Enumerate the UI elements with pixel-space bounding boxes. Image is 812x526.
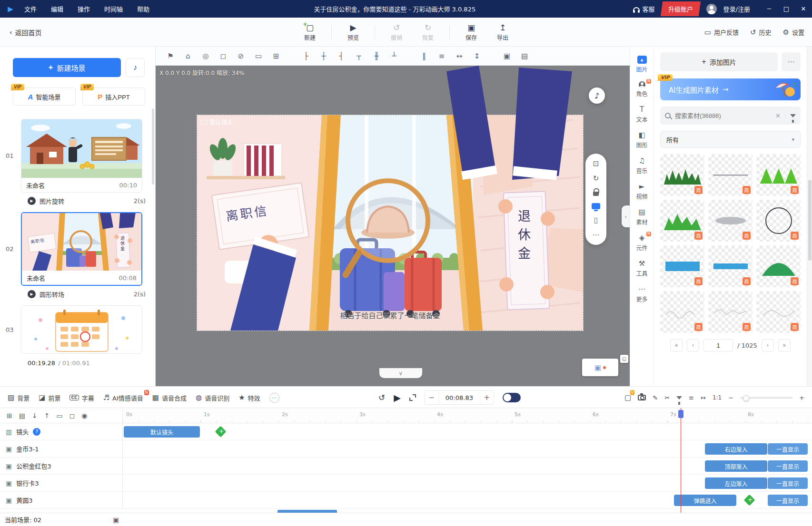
asset-thumb-green-zigzag[interactable]: 商 xyxy=(756,154,801,196)
copy-icon[interactable]: ▣ xyxy=(503,52,511,60)
category-dropdown[interactable]: 所有▾ xyxy=(660,131,801,148)
time-minus-button[interactable]: − xyxy=(425,391,438,404)
asr-button[interactable]: ◍语音识别 xyxy=(196,393,229,402)
minimize-button[interactable]: ─ xyxy=(761,0,778,18)
lock-icon[interactable]: ◻ xyxy=(69,412,75,419)
stage[interactable]: 默认镜头 离职信 退休金 相当于给自己积累了一笔储备金 xyxy=(197,115,583,331)
group-icon[interactable]: ⊞ xyxy=(272,52,280,60)
rotate-icon[interactable]: ↻ xyxy=(593,175,599,182)
canvas-collapse-button[interactable]: ∨ xyxy=(379,368,422,378)
subtitle-button[interactable]: CC字幕 xyxy=(69,393,94,402)
fit-screen-icon[interactable]: ⊡ xyxy=(593,160,599,167)
settings-button[interactable]: ⚙设置 xyxy=(783,28,804,37)
unlink-icon[interactable]: ⊘ xyxy=(237,52,245,60)
background-button[interactable]: ▨背景 xyxy=(8,393,30,402)
new-button[interactable]: ▢+新建 xyxy=(300,23,320,41)
tab-material[interactable]: ▤素材 xyxy=(630,206,654,228)
add-image-button[interactable]: +添加图片 xyxy=(660,52,778,71)
asset-thumb-sketch-line-3[interactable]: 商 xyxy=(756,291,801,333)
move-up-icon[interactable]: ↑ xyxy=(44,412,50,419)
asset-thumb-blue-bar[interactable]: 商 xyxy=(660,245,704,287)
timeline-zoom-slider[interactable] xyxy=(740,397,792,399)
save-button[interactable]: ▣保存 xyxy=(461,23,481,41)
first-page-button[interactable]: « xyxy=(670,339,683,351)
monitor-view-icon[interactable] xyxy=(592,203,600,209)
add-keyframe-button[interactable] xyxy=(215,426,226,437)
next-page-button[interactable]: › xyxy=(762,339,774,351)
align-top-icon[interactable]: ┬ xyxy=(355,52,363,60)
asset-thumb-shadow-ellipse[interactable]: 商 xyxy=(708,200,753,242)
preview-toggle[interactable] xyxy=(503,393,521,402)
avatar[interactable] xyxy=(706,4,717,14)
page-input[interactable] xyxy=(703,339,733,351)
timeline-bar-show[interactable]: 一直显示 xyxy=(768,460,808,472)
export-button[interactable]: ↥导出 xyxy=(493,23,513,41)
unlock-icon[interactable]: ◻ xyxy=(219,52,228,60)
distribute-horizontal-icon[interactable]: ‖ xyxy=(420,52,428,60)
asset-thumb-green-hills[interactable]: 商 xyxy=(660,200,704,242)
zoom-ratio-button[interactable]: 1:1 xyxy=(713,394,722,401)
tab-video[interactable]: ►视频 xyxy=(630,180,654,203)
delete-icon[interactable]: ▭ xyxy=(56,412,62,419)
menu-edit[interactable]: 编辑 xyxy=(44,0,70,18)
asset-thumb-green-mound[interactable]: 商 xyxy=(756,245,801,287)
panel-more-button[interactable]: ⋯ xyxy=(782,52,801,71)
zoom-in-icon[interactable]: + xyxy=(799,394,804,401)
delete-icon[interactable]: ▭ xyxy=(254,52,263,60)
fit-width-icon[interactable]: ↔ xyxy=(701,394,706,401)
playhead[interactable] xyxy=(681,408,681,513)
menu-timeline[interactable]: 时间轴 xyxy=(97,0,130,18)
search-input[interactable] xyxy=(675,112,771,119)
track-list-icon[interactable]: ≡ xyxy=(689,394,694,401)
timeline-bar-enter[interactable]: 左边渐入 xyxy=(705,477,767,489)
track-label[interactable]: ▣ 公积金红包3 xyxy=(0,458,123,474)
history-button[interactable]: ↺历史 xyxy=(750,28,772,37)
paste-icon[interactable]: ▤ xyxy=(520,52,529,60)
scene-thumbnail-3[interactable] xyxy=(21,305,142,354)
move-down-icon[interactable]: ↓ xyxy=(32,412,38,419)
more-circle-icon[interactable]: ◎ xyxy=(201,52,210,60)
filter-button[interactable] xyxy=(785,114,796,117)
menu-help[interactable]: 帮助 xyxy=(130,0,157,18)
transition-row-2[interactable]: ▶ 圆形转场 2(s) xyxy=(28,290,146,299)
timeline-ruler[interactable]: 0s 1s 2s 3s 4s 5s 6s 7s 8s xyxy=(123,408,812,423)
tab-shape[interactable]: ◧图形 xyxy=(630,129,654,151)
duplicate-scene-icon[interactable]: ▣ xyxy=(113,516,119,524)
lock-icon[interactable] xyxy=(593,192,599,196)
last-page-button[interactable]: » xyxy=(778,339,791,351)
scene-audio-button[interactable]: ♪ xyxy=(589,88,605,104)
filter-icon[interactable] xyxy=(676,396,682,399)
tts-button[interactable]: ▦语音合成 xyxy=(152,393,187,402)
panel-expander[interactable]: › xyxy=(622,205,630,227)
asset-thumb-sketch-line-2[interactable]: 商 xyxy=(708,291,753,333)
timeline-bar-enter[interactable]: 弹跳进入 xyxy=(674,495,736,506)
customer-service-button[interactable]: 客服 xyxy=(633,4,655,13)
effects-button[interactable]: ★特效 xyxy=(238,393,260,402)
tab-component[interactable]: N◈元件 xyxy=(630,232,654,254)
asset-thumb-thin-line[interactable]: 商 xyxy=(708,154,753,196)
login-register-link[interactable]: 登录/注册 xyxy=(723,4,750,13)
asset-thumb-sketch-line-1[interactable]: 商 xyxy=(660,291,704,333)
panel-scrollbar[interactable] xyxy=(807,47,812,386)
preview-button[interactable]: ▶预览 xyxy=(343,23,363,41)
clear-search-icon[interactable]: ✕ xyxy=(775,112,781,119)
tab-more[interactable]: ⋯更多 xyxy=(630,283,654,305)
timeline-bar-show[interactable]: 一直显示 xyxy=(768,495,808,506)
feedback-button[interactable]: ▭用户反馈 xyxy=(704,28,739,37)
v-badge-icon[interactable]: ▢V xyxy=(624,393,631,402)
cut-icon[interactable]: ✂ xyxy=(664,394,670,401)
undo-button[interactable]: ↺撤销 xyxy=(386,23,406,41)
edit-icon[interactable]: ✎ xyxy=(653,394,658,401)
timeline-bar-show[interactable]: 一直显示 xyxy=(768,443,808,455)
new-scene-button[interactable]: +新建场景 xyxy=(13,58,121,77)
scene-thumbnail-2[interactable]: 离职信 退休金 未命名 00:08 xyxy=(21,212,142,286)
distribute-vertical-icon[interactable]: ≡ xyxy=(437,52,446,60)
same-width-icon[interactable]: ↔ xyxy=(455,52,464,60)
replay-icon[interactable]: ↺ xyxy=(378,393,385,402)
tab-music[interactable]: ♫音乐 xyxy=(630,155,654,177)
close-button[interactable]: ✕ xyxy=(795,0,812,18)
scene-thumbnail-1[interactable]: 未命名 00:10 xyxy=(21,119,142,193)
upgrade-account-button[interactable]: 升级账户 xyxy=(660,1,700,16)
add-folder-icon[interactable]: ⊞ xyxy=(7,412,12,419)
menu-file[interactable]: 文件 xyxy=(17,0,44,18)
